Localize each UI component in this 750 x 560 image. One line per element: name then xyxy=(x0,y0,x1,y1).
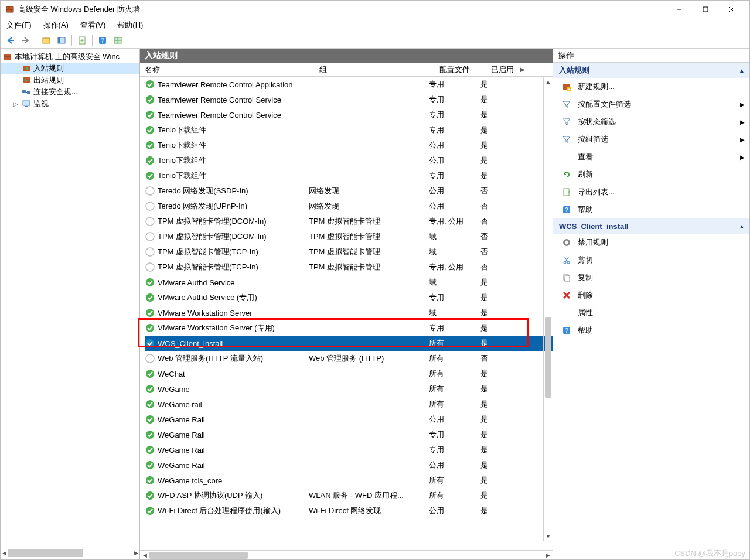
actions-section-inbound[interactable]: 入站规则▲ xyxy=(553,63,749,78)
svg-point-31 xyxy=(146,111,154,119)
tree-item-monitor[interactable]: ▷监视 xyxy=(1,98,139,110)
rule-status-icon xyxy=(145,94,155,105)
svg-rect-25 xyxy=(27,91,30,94)
submenu-arrow-icon: ▶ xyxy=(740,119,745,125)
toolbar-export-icon[interactable] xyxy=(76,34,88,47)
menu-bar: 文件(F) 操作(A) 查看(V) 帮助(H) xyxy=(1,18,749,32)
action-item[interactable]: 按配置文件筛选▶ xyxy=(553,95,749,113)
actions-section-selected[interactable]: WCS_Client_install▲ xyxy=(553,218,749,234)
rule-row[interactable]: WeGame Rail专用是 xyxy=(145,442,553,457)
rule-row[interactable]: VMware Workstation Server域是 xyxy=(145,305,553,320)
refresh-icon xyxy=(561,169,572,180)
rules-panel: 入站规则 名称 组 配置文件 已启用 ▶ Teamviewer Remote C… xyxy=(140,49,553,559)
tree-item-inbound[interactable]: 入站规则 xyxy=(1,63,139,74)
action-item[interactable]: 剪切 xyxy=(553,251,749,269)
rule-row[interactable]: Teamviewer Remote Control Service专用是 xyxy=(145,92,553,107)
rule-row[interactable]: WeGame所有是 xyxy=(145,381,553,397)
svg-point-42 xyxy=(146,278,154,286)
tree-panel: 本地计算机 上的高级安全 Winc 入站规则出站规则连接安全规...▷监视 ◀ … xyxy=(1,49,140,559)
svg-point-47 xyxy=(146,354,154,363)
back-button[interactable] xyxy=(4,34,17,47)
rule-row[interactable]: Tenio下载组件专用是 xyxy=(145,168,553,183)
minimize-button[interactable] xyxy=(666,1,692,18)
action-item[interactable]: 刷新 xyxy=(553,166,749,183)
tree-item-outbound[interactable]: 出站规则 xyxy=(1,74,139,86)
action-item[interactable]: ?帮助 xyxy=(553,322,749,339)
svg-point-34 xyxy=(146,156,154,165)
svg-point-51 xyxy=(146,415,154,424)
rule-row[interactable]: WCS_Client_install所有是 xyxy=(145,336,553,351)
rule-row[interactable]: WFD ASP 协调协议(UDP 输入)WLAN 服务 - WFD 应用程...… xyxy=(145,488,553,503)
rules-v-scrollbar[interactable]: ▲ ▼ xyxy=(543,77,553,541)
rules-list[interactable]: Teamviewer Remote Control Application专用是… xyxy=(140,77,553,550)
rule-row[interactable]: WeGame Rail公用是 xyxy=(145,457,553,473)
rule-row[interactable]: WeGame rail所有是 xyxy=(145,397,553,412)
toolbar-help-icon[interactable]: ? xyxy=(96,34,109,47)
rule-status-icon xyxy=(145,338,155,349)
rule-row[interactable]: WeGame tcls_core所有是 xyxy=(145,473,553,488)
menu-view[interactable]: 查看(V) xyxy=(78,19,108,32)
toolbar-panel-icon[interactable] xyxy=(55,34,68,47)
action-item[interactable]: 查看▶ xyxy=(553,148,749,166)
svg-point-29 xyxy=(146,80,154,88)
actions-panel-title: 操作 xyxy=(553,49,749,63)
close-button[interactable] xyxy=(718,1,745,18)
menu-file[interactable]: 文件(F) xyxy=(4,19,34,32)
rule-row[interactable]: Wi-Fi Direct 后台处理程序使用(输入)Wi-Fi Direct 网络… xyxy=(145,503,553,518)
rule-row[interactable]: Teamviewer Remote Control Service专用是 xyxy=(145,107,553,122)
col-profile[interactable]: 配置文件 xyxy=(439,64,491,75)
rule-row[interactable]: WeGame Rail公用是 xyxy=(145,412,553,427)
svg-point-52 xyxy=(146,431,154,439)
window-title: 高级安全 Windows Defender 防火墙 xyxy=(18,4,140,15)
rule-row[interactable]: WeChat所有是 xyxy=(145,366,553,381)
rule-row[interactable]: TPM 虚拟智能卡管理(DCOM-In)TPM 虚拟智能卡管理域否 xyxy=(145,229,553,244)
rule-status-icon xyxy=(145,384,155,394)
col-enabled[interactable]: 已启用 xyxy=(491,64,520,75)
rule-row[interactable]: Tenio下载组件专用是 xyxy=(145,122,553,138)
rule-row[interactable]: VMware Authd Service (专用)专用是 xyxy=(145,290,553,305)
maximize-button[interactable] xyxy=(692,1,718,18)
menu-action[interactable]: 操作(A) xyxy=(41,19,71,32)
rule-row[interactable]: Tenio下载组件公用是 xyxy=(145,153,553,168)
disable-icon xyxy=(561,237,572,248)
rule-row[interactable]: Web 管理服务(HTTP 流量入站)Web 管理服务 (HTTP)所有否 xyxy=(145,351,553,366)
rule-row[interactable]: TPM 虚拟智能卡管理(TCP-In)TPM 虚拟智能卡管理域否 xyxy=(145,244,553,259)
col-scroll-right-icon[interactable]: ▶ xyxy=(520,66,531,73)
action-item[interactable]: ?帮助 xyxy=(553,201,749,218)
rules-h-scrollbar[interactable]: ◀ ▶ xyxy=(140,550,553,559)
forward-button[interactable] xyxy=(19,34,32,47)
rule-status-icon xyxy=(145,247,155,257)
menu-help[interactable]: 帮助(H) xyxy=(115,19,145,32)
rule-row[interactable]: Tenio下载组件公用是 xyxy=(145,138,553,153)
list-header: 名称 组 配置文件 已启用 ▶ xyxy=(140,63,553,77)
tree-h-scrollbar[interactable]: ◀ ▶ xyxy=(1,548,139,557)
cut-icon xyxy=(561,255,572,265)
rule-row[interactable]: Teamviewer Remote Control Application专用是 xyxy=(145,77,553,92)
action-item[interactable]: 按状态筛选▶ xyxy=(553,113,749,131)
rule-row[interactable]: TPM 虚拟智能卡管理(TCP-In)TPM 虚拟智能卡管理专用, 公用否 xyxy=(145,259,553,275)
col-group[interactable]: 组 xyxy=(319,64,439,75)
connection-icon xyxy=(22,87,31,97)
col-name[interactable]: 名称 xyxy=(145,64,319,75)
action-item[interactable]: 禁用规则 xyxy=(553,234,749,251)
toolbar-folder-icon[interactable] xyxy=(40,34,53,47)
toolbar-grid-icon[interactable] xyxy=(111,34,124,47)
svg-rect-27 xyxy=(23,101,30,105)
action-item[interactable]: 复制 xyxy=(553,269,749,286)
rule-row[interactable]: Teredo 网络发现(UPnP-In)网络发现公用否 xyxy=(145,199,553,214)
action-item[interactable]: 按组筛选▶ xyxy=(553,131,749,148)
rule-row[interactable]: VMware Authd Service域是 xyxy=(145,275,553,290)
rule-row[interactable]: WeGame Rail专用是 xyxy=(145,427,553,442)
svg-point-41 xyxy=(146,263,154,271)
tree-root[interactable]: 本地计算机 上的高级安全 Winc xyxy=(1,51,139,63)
rule-row[interactable]: VMware Workstation Server (专用)专用是 xyxy=(145,320,553,336)
rule-row[interactable]: Teredo 网络发现(SSDP-In)网络发现公用否 xyxy=(145,183,553,199)
tree-item-connection[interactable]: 连接安全规... xyxy=(1,86,139,98)
action-item[interactable]: 导出列表... xyxy=(553,183,749,201)
rule-row[interactable]: TPM 虚拟智能卡管理(DCOM-In)TPM 虚拟智能卡管理专用, 公用否 xyxy=(145,214,553,229)
rule-status-icon xyxy=(145,110,155,120)
action-item[interactable]: 属性 xyxy=(553,304,749,322)
action-item[interactable]: ★新建规则... xyxy=(553,78,749,95)
svg-point-50 xyxy=(146,400,154,408)
action-item[interactable]: 删除 xyxy=(553,286,749,304)
